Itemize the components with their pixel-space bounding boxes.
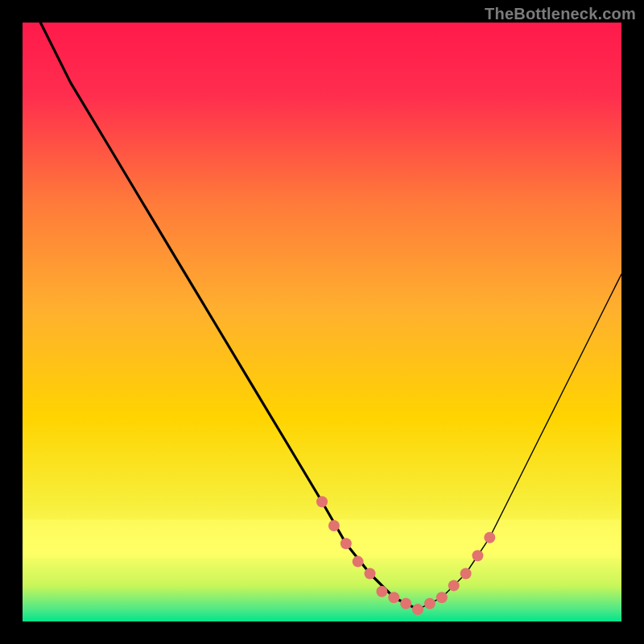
marker-dot [472,550,483,561]
marker-dot [316,496,328,507]
marker-dot [353,556,364,568]
marker-dot [341,538,352,549]
marker-dot [484,532,495,543]
plot-area [23,23,621,621]
marker-dot [400,598,411,609]
watermark-text: TheBottleneck.com [485,5,636,23]
marker-dot [365,568,376,580]
marker-dot [412,604,423,615]
marker-dot [328,520,340,531]
marker-dot [376,586,387,597]
marker-dot [388,592,399,603]
marker-dot [448,580,460,591]
marker-dot [460,568,472,580]
outer-frame: TheBottleneck.com [0,0,644,644]
marker-dot [424,598,436,609]
bottleneck-chart [23,23,621,621]
highlight-band [23,520,621,559]
marker-dot [436,592,448,603]
